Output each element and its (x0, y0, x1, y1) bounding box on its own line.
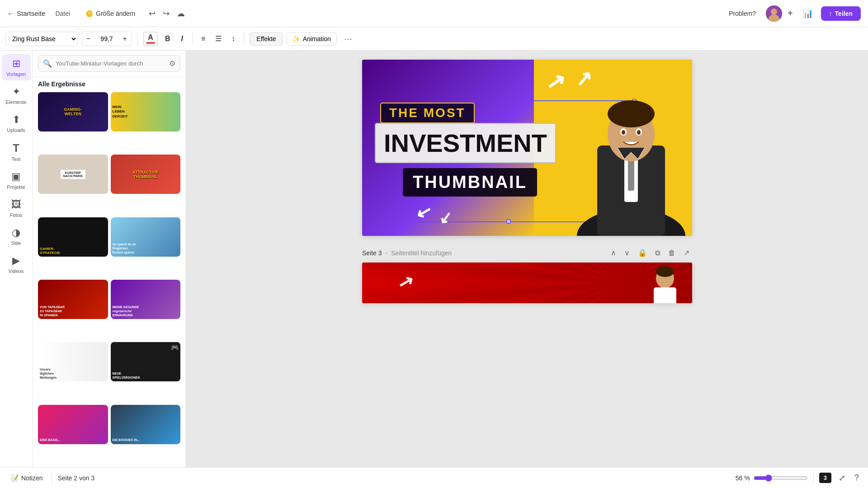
sidebar-item-videos[interactable]: ▶ Videos (2, 251, 31, 277)
font-size-decrease-button[interactable]: − (82, 32, 95, 46)
more-options-button[interactable]: ⋯ (340, 32, 356, 46)
page-lock-button[interactable]: 🔒 (635, 247, 650, 259)
template-card-basis[interactable]: EINE BASIS... (38, 405, 108, 444)
avatar (766, 5, 782, 22)
help-button[interactable]: ? (853, 471, 861, 484)
page-duplicate-button[interactable]: ⧉ (652, 247, 663, 259)
bottom-separator-2 (813, 473, 814, 483)
save-status-button[interactable]: ☁ (174, 6, 188, 21)
template-card-meldungen[interactable]: UnseretäglichenMeldungen (38, 342, 108, 381)
coin-icon: 🪙 (85, 10, 93, 17)
svg-point-12 (637, 130, 641, 135)
text-block2: INVESTMENT (384, 129, 547, 157)
template-card-spielversionen[interactable]: 🎮 NEUESPIELVERSIONEN (111, 342, 181, 381)
color-swatch (146, 42, 155, 44)
text-color-button[interactable]: A (143, 32, 158, 46)
back-button[interactable]: ← Startseite (7, 9, 45, 17)
share-icon: ↑ (829, 10, 832, 17)
template-card-gaming[interactable]: GAMING-WELTEN (38, 92, 108, 131)
sidebar-item-elemente[interactable]: ✦ Elemente (2, 82, 31, 108)
problem-button[interactable]: Problem? (724, 7, 760, 20)
template-card-tapasbar[interactable]: VON TAPASBARZU TAPASBARIN SPANIEN (38, 280, 108, 319)
sidebar-label-vorlagen: Vorlagen (6, 71, 26, 77)
align-left-button[interactable]: ≡ (198, 33, 208, 45)
uploads-icon: ⬆ (12, 114, 20, 126)
animation-button[interactable]: ✨ Animation (287, 32, 337, 46)
left-panel: 🔍 ⚙ Alle Ergebnisse GAMING-WELTEN MEINLE… (33, 51, 186, 467)
sidebar-item-fotos[interactable]: 🖼 Fotos (2, 195, 31, 221)
notes-label: Notizen (21, 474, 42, 482)
main-canvas-page: ↗ ↗ ↙ ↙ (362, 60, 692, 236)
template-card-ernaehrung[interactable]: MEINE GESUNDEvegetarischeERNÄHRUNG (111, 280, 181, 319)
text-spacing-button[interactable]: ↕ (228, 33, 238, 45)
stile-icon: ◑ (12, 227, 20, 239)
font-size-value: 99,7 (97, 33, 116, 45)
sidebar-item-stile[interactable]: ◑ Stile (2, 223, 31, 249)
sidebar-item-text[interactable]: T Text (2, 138, 31, 165)
page-expand-button[interactable]: ∨ (622, 247, 632, 259)
share-button[interactable]: ↑ Teilen (821, 6, 861, 21)
template-card-paris[interactable]: KURZTRIPNACH PARIS (38, 155, 108, 194)
body-layout: ⊞ Vorlagen ✦ Elemente ⬆ Uploads T Text ▣… (0, 51, 868, 467)
page-collapse-button[interactable]: ∧ (608, 247, 619, 259)
undo-button[interactable]: ↩ (146, 6, 158, 21)
toolbar-separator (137, 33, 138, 45)
page-delete-button[interactable]: 🗑 (665, 247, 678, 259)
page-number-label: Seite 3 (362, 249, 382, 257)
sidebar-item-vorlagen[interactable]: ⊞ Vorlagen (2, 54, 31, 80)
font-family-select[interactable]: Zing Rust Base (5, 32, 78, 46)
zoom-level: 56 % (736, 474, 750, 482)
page-title-link[interactable]: Seitentitel hinzufügen (391, 249, 452, 257)
bottom-bar: 📝 Notizen Seite 2 von 3 56 % 3 ⤢ ? (0, 467, 868, 488)
svg-point-11 (622, 130, 625, 135)
page-indicator: Seite 2 von 3 (57, 474, 94, 482)
zoom-slider[interactable] (754, 474, 808, 482)
text-icon: T (13, 142, 19, 155)
text-block3: THUMBNAIL (413, 173, 527, 192)
resize-button[interactable]: 🪙 Größe ändern (80, 7, 141, 20)
add-user-button[interactable]: + (786, 6, 795, 20)
template-card-bookies[interactable]: DIE BOOKIES IN... (111, 405, 181, 444)
file-button[interactable]: Datei (51, 7, 75, 20)
bottom-separator (52, 473, 52, 483)
animation-icon: ✨ (292, 35, 300, 42)
redo-button[interactable]: ↪ (160, 6, 172, 21)
font-size-increase-button[interactable]: + (118, 32, 132, 46)
search-box: 🔍 ⚙ (38, 55, 180, 72)
page-count-badge: 3 (819, 473, 831, 483)
svg-point-1 (771, 9, 777, 15)
search-icon: 🔍 (43, 59, 52, 68)
sidebar-label-uploads: Uploads (7, 127, 25, 133)
sidebar-label-stile: Stile (11, 240, 21, 246)
panel-section-title: Alle Ergebnisse (33, 77, 186, 89)
header: ← Startseite Datei 🪙 Größe ändern ↩ ↪ ☁ … (0, 0, 868, 27)
toolbar-separator-3 (244, 33, 244, 45)
template-card-attractive[interactable]: ATTRACTIVETHUMBNAIL (111, 155, 181, 194)
color-indicator: A (146, 33, 155, 44)
page-more-button[interactable]: ↗ (681, 247, 692, 259)
effects-button[interactable]: Effekte (250, 32, 283, 46)
sidebar-item-uploads[interactable]: ⬆ Uploads (2, 110, 31, 136)
search-input[interactable] (56, 60, 165, 67)
second-canvas-page: ↗ (362, 263, 692, 303)
zoom-slider-area: 56 % (736, 474, 808, 482)
sidebar-item-projekte[interactable]: ▣ Projekte (2, 167, 31, 193)
svg-rect-14 (654, 287, 676, 303)
align-list-button[interactable]: ☰ (212, 32, 225, 45)
sidebar-icons: ⊞ Vorlagen ✦ Elemente ⬆ Uploads T Text ▣… (0, 51, 33, 467)
fullscreen-button[interactable]: ⤢ (837, 471, 847, 485)
back-icon: ← (7, 9, 14, 17)
sidebar-label-text: Text (11, 156, 20, 162)
analytics-button[interactable]: 📊 (800, 6, 816, 21)
template-card-leben[interactable]: MEINLEBENDERZEIT (111, 92, 181, 131)
resize-label: Größe ändern (96, 10, 135, 17)
bold-button[interactable]: B (161, 33, 174, 45)
videos-icon: ▶ (12, 255, 20, 267)
italic-button[interactable]: I (178, 33, 187, 45)
template-card-gamer[interactable]: GAMER-STRATEGIE (38, 217, 108, 257)
template-card-flugticket[interactable]: So sparst du anFlugticket-Kosten sparen (111, 217, 181, 257)
toolbar-separator-2 (192, 33, 193, 45)
notes-button[interactable]: 📝 Notizen (7, 473, 46, 483)
canvas-area[interactable]: ↗ ↗ ↙ ↙ (186, 51, 868, 467)
search-filter-button[interactable]: ⚙ (169, 59, 175, 68)
